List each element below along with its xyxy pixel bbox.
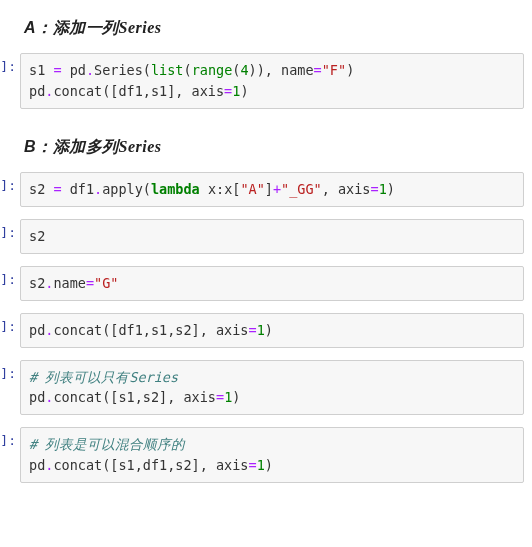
code-comment: # 列表是可以混合顺序的: [29, 436, 185, 452]
code-token: =: [53, 62, 61, 78]
code-line: pd.concat([s1,s2], axis=1): [29, 387, 515, 408]
code-token: =: [53, 181, 61, 197]
code-token: s2: [29, 275, 45, 291]
code-token: 1: [257, 457, 265, 473]
code-token: =: [249, 457, 257, 473]
input-prompt: ]:: [0, 53, 20, 109]
code-token: =: [86, 275, 94, 291]
code-line: # 列表可以只有Series: [29, 367, 515, 388]
code-token: ([df1,s1,s2], axis: [102, 322, 248, 338]
code-line: pd.concat([df1,s1,s2], axis=1): [29, 320, 515, 341]
code-input[interactable]: # 列表是可以混合顺序的 pd.concat([s1,df1,s2], axis…: [20, 427, 524, 483]
code-input[interactable]: pd.concat([df1,s1,s2], axis=1): [20, 313, 524, 348]
code-input[interactable]: s1 = pd.Series(list(range(4)), name="F")…: [20, 53, 524, 109]
code-token: df1: [62, 181, 95, 197]
code-token: concat: [53, 322, 102, 338]
code-token: pd: [29, 457, 45, 473]
code-token: "A": [240, 181, 264, 197]
code-line: s2 = df1.apply(lambda x:x["A"]+"_GG", ax…: [29, 179, 515, 200]
code-token: concat: [53, 457, 102, 473]
code-line: pd.concat([s1,df1,s2], axis=1): [29, 455, 515, 476]
input-prompt: ]:: [0, 172, 20, 207]
code-token: name: [53, 275, 86, 291]
code-token: (: [184, 62, 192, 78]
code-token: "F": [322, 62, 346, 78]
code-input[interactable]: # 列表可以只有Series pd.concat([s1,s2], axis=1…: [20, 360, 524, 416]
code-cell: ]: s2: [0, 219, 532, 254]
code-token: ): [232, 389, 240, 405]
notebook-fragment: A：添加一列Series ]: s1 = pd.Series(list(rang…: [0, 0, 532, 513]
code-token: (: [143, 62, 151, 78]
code-cell: ]: s1 = pd.Series(list(range(4)), name="…: [0, 53, 532, 109]
code-token: ([df1,s1], axis: [102, 83, 224, 99]
code-token: ): [387, 181, 395, 197]
code-cell: ]: # 列表是可以混合顺序的 pd.concat([s1,df1,s2], a…: [0, 427, 532, 483]
code-token: ): [265, 457, 273, 473]
code-token: pd: [29, 83, 45, 99]
input-prompt: ]:: [0, 360, 20, 416]
section-heading-b: B：添加多列Series: [24, 137, 532, 158]
code-token: .: [86, 62, 94, 78]
heading-a-text: A：添加一列: [24, 19, 119, 36]
heading-b-text: B：添加多列: [24, 138, 119, 155]
code-token: , axis: [322, 181, 371, 197]
code-token: ([s1,s2], axis: [102, 389, 216, 405]
code-comment: # 列表可以只有Series: [29, 369, 178, 385]
code-token: )), name: [249, 62, 314, 78]
code-input[interactable]: s2.name="G": [20, 266, 524, 301]
heading-b-series: Series: [119, 138, 162, 155]
code-token: range: [192, 62, 233, 78]
heading-a-series: Series: [119, 19, 162, 36]
code-token: pd: [62, 62, 86, 78]
code-token: apply: [102, 181, 143, 197]
code-token: concat: [53, 83, 102, 99]
code-token: =: [314, 62, 322, 78]
code-token: +: [273, 181, 281, 197]
code-token: s2: [29, 228, 45, 244]
code-line: s2.name="G": [29, 273, 515, 294]
code-token: ): [240, 83, 248, 99]
code-token: s1: [29, 62, 53, 78]
code-token: .: [94, 181, 102, 197]
code-input[interactable]: s2 = df1.apply(lambda x:x["A"]+"_GG", ax…: [20, 172, 524, 207]
code-token: Series: [94, 62, 143, 78]
code-line: pd.concat([df1,s1], axis=1): [29, 81, 515, 102]
section-heading-a: A：添加一列Series: [24, 18, 532, 39]
code-line: s2: [29, 226, 515, 247]
code-token: concat: [53, 389, 102, 405]
code-token: s2: [29, 181, 53, 197]
code-input[interactable]: s2: [20, 219, 524, 254]
code-line: # 列表是可以混合顺序的: [29, 434, 515, 455]
code-token: =: [370, 181, 378, 197]
code-token: x:x[: [200, 181, 241, 197]
code-token: ]: [265, 181, 273, 197]
code-token: lambda: [151, 181, 200, 197]
input-prompt: ]:: [0, 219, 20, 254]
code-token: 4: [240, 62, 248, 78]
code-token: pd: [29, 389, 45, 405]
code-token: ([s1,df1,s2], axis: [102, 457, 248, 473]
code-token: "_GG": [281, 181, 322, 197]
code-token: =: [249, 322, 257, 338]
code-token: list: [151, 62, 184, 78]
code-token: ): [265, 322, 273, 338]
code-line: s1 = pd.Series(list(range(4)), name="F"): [29, 60, 515, 81]
code-cell: ]: s2.name="G": [0, 266, 532, 301]
input-prompt: ]:: [0, 266, 20, 301]
code-token: pd: [29, 322, 45, 338]
code-cell: ]: s2 = df1.apply(lambda x:x["A"]+"_GG",…: [0, 172, 532, 207]
code-token: (: [143, 181, 151, 197]
code-cell: ]: # 列表可以只有Series pd.concat([s1,s2], axi…: [0, 360, 532, 416]
code-token: 1: [257, 322, 265, 338]
code-token: =: [216, 389, 224, 405]
code-token: ): [346, 62, 354, 78]
input-prompt: ]:: [0, 427, 20, 483]
code-token: 1: [379, 181, 387, 197]
input-prompt: ]:: [0, 313, 20, 348]
code-cell: ]: pd.concat([df1,s1,s2], axis=1): [0, 313, 532, 348]
code-token: "G": [94, 275, 118, 291]
